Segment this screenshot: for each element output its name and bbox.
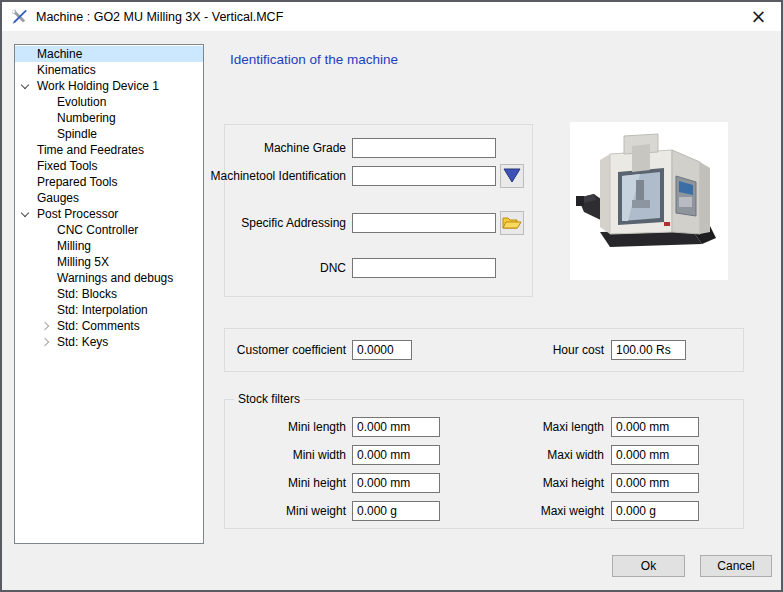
identification-group: Machine Grade Machinetool Identification… — [224, 124, 533, 297]
tree-item[interactable]: Std: Blocks — [15, 286, 203, 302]
machinetool-identification-input[interactable] — [352, 166, 496, 186]
specific-addressing-input[interactable] — [352, 213, 496, 233]
maxi-input[interactable] — [611, 473, 699, 493]
costs-group: Customer coefficient Hour cost — [224, 328, 744, 372]
tree-item-label: Fixed Tools — [15, 158, 203, 174]
customer-coefficient-label: Customer coefficient — [237, 340, 346, 360]
machine-grade-input[interactable] — [352, 138, 496, 158]
tree-item[interactable]: Warnings and debugs — [15, 270, 203, 286]
stock-filters-group: Stock filters Mini length Maxi length Mi… — [224, 399, 744, 529]
open-folder-icon — [502, 215, 522, 231]
dnc-label: DNC — [320, 258, 346, 278]
tree-item-label: Prepared Tools — [15, 174, 203, 190]
dnc-input[interactable] — [352, 258, 496, 278]
tree-item[interactable]: Std: Comments — [15, 318, 203, 334]
tree-item-label: Warnings and debugs — [15, 270, 203, 286]
tree-item[interactable]: Time and Feedrates — [15, 142, 203, 158]
tree-item[interactable]: Numbering — [15, 110, 203, 126]
mini-input[interactable] — [352, 501, 440, 521]
maxi-label: Maxi weight — [541, 501, 604, 521]
hour-cost-input[interactable] — [611, 340, 686, 360]
stock-filters-legend: Stock filters — [234, 392, 304, 406]
tree-item-label: Milling 5X — [15, 254, 203, 270]
cancel-button[interactable]: Cancel — [700, 555, 772, 577]
tree-item-label: Machine — [15, 46, 203, 62]
maxi-input[interactable] — [611, 417, 699, 437]
tree-item[interactable]: Machine — [15, 46, 203, 62]
tree-item[interactable]: Fixed Tools — [15, 158, 203, 174]
close-button[interactable]: × — [736, 2, 781, 31]
tree-item-label: Time and Feedrates — [15, 142, 203, 158]
tree-item[interactable]: Work Holding Device 1 — [15, 78, 203, 94]
window-title: Machine : GO2 MU Milling 3X - Vertical.M… — [36, 10, 283, 24]
machinetool-identification-label: Machinetool Identification — [211, 166, 346, 186]
tree-item-label: Std: Blocks — [15, 286, 203, 302]
browse-folder-button[interactable] — [500, 211, 524, 235]
tree: Machine Kinematics Work Holding Device 1… — [14, 44, 204, 544]
stock-filter-row: Mini height Maxi height — [225, 473, 743, 493]
machinetool-identification-dropdown-button[interactable] — [500, 164, 524, 188]
tree-item-label: Numbering — [15, 110, 203, 126]
tree-item[interactable]: Evolution — [15, 94, 203, 110]
maxi-label: Maxi height — [543, 473, 604, 493]
maxi-input[interactable] — [611, 445, 699, 465]
machine-dialog: Machine : GO2 MU Milling 3X - Vertical.M… — [0, 0, 783, 592]
stock-filter-row: Mini weight Maxi weight — [225, 501, 743, 521]
mini-label: Mini width — [293, 445, 346, 465]
tree-item[interactable]: Milling — [15, 238, 203, 254]
specific-addressing-label: Specific Addressing — [241, 213, 346, 233]
hour-cost-label: Hour cost — [553, 340, 604, 360]
titlebar: Machine : GO2 MU Milling 3X - Vertical.M… — [2, 2, 781, 31]
customer-coefficient-input[interactable] — [352, 340, 412, 360]
stock-filter-row: Mini length Maxi length — [225, 417, 743, 437]
machine-photo — [570, 122, 728, 280]
tree-item[interactable]: Std: Keys — [15, 334, 203, 350]
tools-icon — [10, 8, 28, 26]
tree-item[interactable]: Std: Interpolation — [15, 302, 203, 318]
machine-grade-label: Machine Grade — [264, 138, 346, 158]
stock-filter-row: Mini width Maxi width — [225, 445, 743, 465]
tree-item-label: Spindle — [15, 126, 203, 142]
tree-item-label: Kinematics — [15, 62, 203, 78]
mini-label: Mini length — [288, 417, 346, 437]
tree-item-label: Evolution — [15, 94, 203, 110]
tree-item[interactable]: Prepared Tools — [15, 174, 203, 190]
tree-item[interactable]: CNC Controller — [15, 222, 203, 238]
tree-item-label: Gauges — [15, 190, 203, 206]
maxi-input[interactable] — [611, 501, 699, 521]
tree-item-label: Std: Interpolation — [15, 302, 203, 318]
page-title: Identification of the machine — [230, 52, 398, 67]
tree-item-label: Post Processor — [15, 206, 203, 222]
tree-item[interactable]: Post Processor — [15, 206, 203, 222]
tree-item-label: Work Holding Device 1 — [15, 78, 203, 94]
mini-input[interactable] — [352, 473, 440, 493]
mini-input[interactable] — [352, 417, 440, 437]
tree-item[interactable]: Spindle — [15, 126, 203, 142]
mini-label: Mini height — [288, 473, 346, 493]
tree-item[interactable]: Gauges — [15, 190, 203, 206]
tree-item[interactable]: Kinematics — [15, 62, 203, 78]
ok-button[interactable]: Ok — [612, 555, 685, 577]
triangle-down-icon — [503, 168, 521, 184]
maxi-label: Maxi width — [547, 445, 604, 465]
tree-item-label: CNC Controller — [15, 222, 203, 238]
mini-input[interactable] — [352, 445, 440, 465]
tree-item-label: Milling — [15, 238, 203, 254]
maxi-label: Maxi length — [543, 417, 604, 437]
tree-item[interactable]: Milling 5X — [15, 254, 203, 270]
mini-label: Mini weight — [286, 501, 346, 521]
